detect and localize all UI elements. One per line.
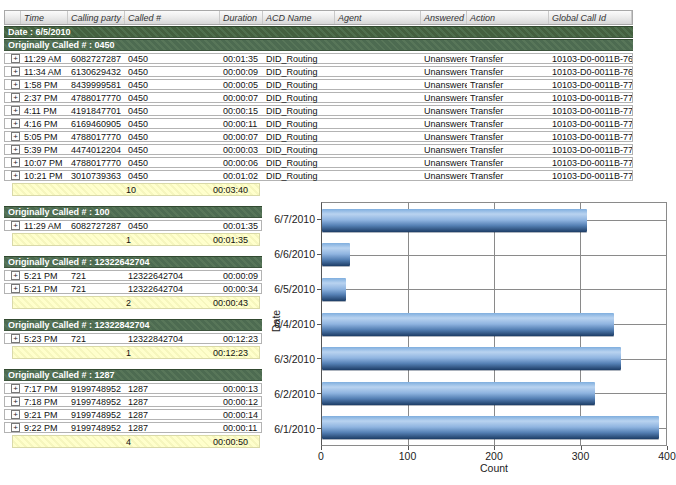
cell-action: Transfer [467, 171, 549, 181]
cell-acd-name: DID_Routing [263, 106, 335, 116]
cell-time: 4:16 PM [21, 119, 68, 129]
expand-icon[interactable]: + [11, 410, 20, 419]
cell-called: 1287 [125, 397, 220, 407]
cell-time: 10:07 PM [21, 158, 68, 168]
cell-answered: Unanswered [421, 80, 467, 90]
x-tick-label: 0 [318, 450, 324, 462]
x-tick-label: 100 [399, 450, 417, 462]
expand-icon[interactable]: + [11, 423, 20, 432]
expand-icon[interactable]: + [11, 132, 20, 141]
column-header-agent[interactable]: Agent [335, 11, 421, 24]
call-group: Originally Called # : 1287+7:17 PM919974… [4, 369, 264, 448]
expand-icon[interactable]: + [11, 54, 20, 63]
expand-icon[interactable]: + [11, 145, 20, 154]
cell-called: 0450 [125, 158, 220, 168]
cell-answered: Unanswered [421, 67, 467, 77]
column-header-answered[interactable]: Answered [421, 11, 467, 24]
y-tick-text: 6/3/2010 [274, 353, 315, 365]
cell-calling-party: 721 [68, 334, 125, 344]
cell-calling-party: 9199748952 [68, 397, 125, 407]
table-row: +1:58 PM8439999581045000:00:05DID_Routin… [4, 79, 633, 90]
summary-duration: 00:00:50 [213, 437, 248, 447]
cell-time: 4:11 PM [21, 106, 68, 116]
column-header-called[interactable]: Called # [125, 11, 220, 24]
summary-duration: 00:01:35 [213, 235, 248, 245]
table-row: +5:39 PM4474012204045000:00:03DID_Routin… [4, 144, 633, 155]
cell-duration: 00:12:23 [220, 334, 263, 344]
cell-calling-party: 9199748952 [68, 384, 125, 394]
expand-icon[interactable]: + [11, 93, 20, 102]
cell-duration: 00:00:07 [220, 132, 263, 142]
cell-duration: 00:00:14 [220, 410, 263, 420]
expand-cell: + [5, 271, 21, 280]
table-row: +7:18 PM9199748952128700:00:12 [4, 396, 262, 407]
call-group: Originally Called # : 12322642704+5:21 P… [4, 256, 264, 309]
cell-calling-party: 6082727287 [68, 54, 125, 64]
expand-icon[interactable]: + [11, 119, 20, 128]
group-summary-row: 100:01:35 [12, 233, 260, 246]
expand-cell: + [5, 132, 21, 141]
expand-icon[interactable]: + [11, 384, 20, 393]
cell-calling-party: 4474012204 [68, 145, 125, 155]
cell-called: 0450 [125, 132, 220, 142]
expand-icon[interactable]: + [11, 106, 20, 115]
column-header-action[interactable]: Action [467, 11, 549, 24]
expand-cell: + [5, 397, 21, 406]
group-header: Originally Called # : 100 [4, 206, 262, 218]
column-header-acd-name[interactable]: ACD Name [263, 11, 335, 24]
expand-icon[interactable]: + [11, 271, 20, 280]
bar-6/6/2010 [322, 243, 350, 266]
cell-called: 0450 [125, 106, 220, 116]
expand-icon[interactable]: + [11, 334, 20, 343]
column-header-time[interactable]: Time [21, 11, 68, 24]
cell-called: 0450 [125, 171, 220, 181]
expand-icon[interactable]: + [11, 80, 20, 89]
cell-action: Transfer [467, 93, 549, 103]
cell-global-call-id: 10103-D0-0011B-771 [549, 93, 632, 103]
y-tick-label: 6/6/2010 [280, 237, 321, 272]
cell-calling-party: 4788017770 [68, 132, 125, 142]
y-tick-text: 6/2/2010 [274, 388, 315, 400]
y-tick-label: 6/2/2010 [280, 376, 321, 411]
expand-cell: + [5, 221, 21, 230]
bar-6/2/2010 [322, 382, 595, 405]
y-tick-text: 6/6/2010 [274, 248, 315, 260]
x-tick-label: 400 [658, 450, 676, 462]
group-header: Originally Called # : 12322842704 [4, 319, 262, 331]
group-header: Originally Called # : 0450 [4, 39, 633, 51]
cell-answered: Unanswered [421, 93, 467, 103]
column-header-global-call-id[interactable]: Global Call Id [549, 11, 632, 24]
call-report-screen: TimeCalling party #Called #DurationACD N… [0, 0, 676, 485]
table-row: +9:21 PM9199748952128700:00:14 [4, 409, 262, 420]
cell-duration: 00:01:35 [220, 54, 263, 64]
table-row: +4:11 PM4191847701045000:00:15DID_Routin… [4, 105, 633, 116]
y-tick-label: 6/4/2010 [280, 307, 321, 342]
column-header-calling-party[interactable]: Calling party # [68, 11, 125, 24]
cell-action: Transfer [467, 67, 549, 77]
category-gridline [322, 255, 666, 256]
cell-answered: Unanswered [421, 132, 467, 142]
table-row: +5:21 PM7211232264270400:00:09 [4, 270, 262, 281]
cell-time: 11:29 AM [21, 221, 68, 231]
category-gridline [322, 289, 666, 290]
cell-duration: 00:00:11 [220, 119, 263, 129]
cell-action: Transfer [467, 145, 549, 155]
expand-icon[interactable]: + [11, 284, 20, 293]
table-row: +5:23 PM7211232284270400:12:23 [4, 333, 262, 344]
cell-duration: 00:00:07 [220, 93, 263, 103]
cell-called: 0450 [125, 93, 220, 103]
expand-icon[interactable]: + [11, 397, 20, 406]
y-tick-label: 6/7/2010 [280, 202, 321, 237]
summary-count: 2 [126, 298, 131, 308]
expand-icon[interactable]: + [11, 171, 20, 180]
expand-cell: + [5, 54, 21, 63]
expand-cell: + [5, 106, 21, 115]
cell-acd-name: DID_Routing [263, 67, 335, 77]
cell-time: 5:21 PM [21, 284, 68, 294]
expand-icon[interactable]: + [11, 67, 20, 76]
expand-icon[interactable]: + [11, 158, 20, 167]
column-header-duration[interactable]: Duration [220, 11, 263, 24]
expand-icon[interactable]: + [11, 221, 20, 230]
cell-global-call-id: 10103-D0-0011B-773 [549, 119, 632, 129]
expand-cell: + [5, 284, 21, 293]
